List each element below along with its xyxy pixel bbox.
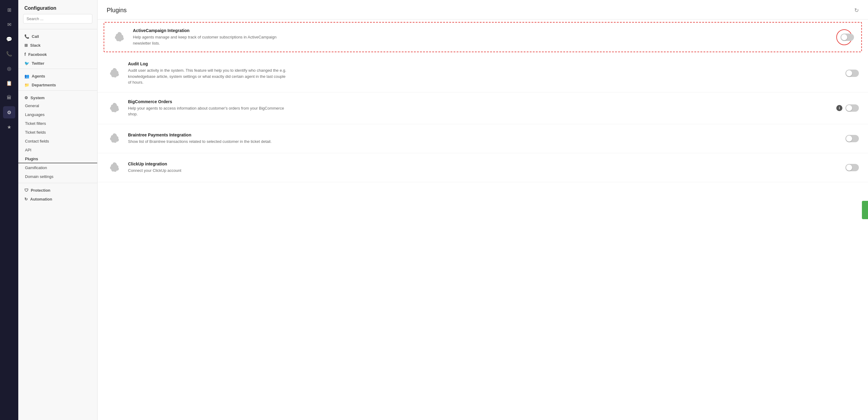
plugin-item-clickup: ClickUp integration Connect your ClickUp…: [97, 153, 868, 182]
twitter-icon: 🐦: [24, 61, 29, 66]
agents-icon: 👥: [24, 74, 29, 79]
plugin-desc-activecampaign: Help agents manage and keep track of cus…: [133, 34, 291, 46]
plugin-item-braintree: Braintree Payments Integration Show list…: [97, 124, 868, 153]
plugin-name-activecampaign: ActiveCampaign Integration: [133, 28, 835, 33]
divider-4: [18, 183, 97, 183]
plugin-name-audit-log: Audit Log: [128, 61, 839, 66]
departments-label: Departments: [32, 83, 56, 87]
slack-label: Slack: [30, 43, 40, 48]
twitter-label: Twitter: [32, 61, 44, 66]
departments-icon: 📁: [24, 83, 29, 87]
sidebar-sub-api[interactable]: API: [18, 146, 97, 155]
sidebar-search-container: [18, 14, 97, 27]
search-input[interactable]: [23, 14, 92, 24]
nav-star[interactable]: ★: [3, 121, 15, 133]
plugin-controls-audit-log: [845, 69, 859, 77]
sidebar-sub-contact-fields[interactable]: Contact fields: [18, 137, 97, 146]
automation-label: Automation: [30, 197, 52, 201]
sidebar-item-departments[interactable]: 📁 Departments: [18, 80, 97, 88]
plugin-desc-bigcommerce: Help your agents to access information a…: [128, 105, 286, 117]
sidebar-item-automation[interactable]: ↻ Automation: [18, 194, 97, 203]
sidebar-sub-ticket-filters[interactable]: Ticket filters: [18, 119, 97, 128]
main-content: Plugins ↻ ActiveCampaign Integration Hel…: [97, 0, 868, 420]
toggle-bigcommerce[interactable]: [845, 104, 859, 112]
sidebar-item-system[interactable]: ⚙ System: [18, 92, 97, 101]
main-header: Plugins ↻: [97, 0, 868, 20]
plugin-item-activecampaign: ActiveCampaign Integration Help agents m…: [104, 22, 862, 52]
system-icon: ⚙: [24, 95, 28, 100]
plugin-icon-braintree: [107, 131, 122, 146]
plugin-icon-clickup: [107, 160, 122, 175]
plugin-item-bigcommerce: BigCommerce Orders Help your agents to a…: [97, 92, 868, 124]
divider-3: [18, 90, 97, 91]
sidebar-item-slack[interactable]: ⊞ Slack: [18, 40, 97, 49]
protection-icon: 🛡: [24, 188, 28, 193]
sidebar-title: Configuration: [18, 0, 97, 14]
plugin-controls-clickup: [845, 164, 859, 171]
nav-chat[interactable]: 💬: [3, 33, 15, 45]
sidebar-item-agents[interactable]: 👥 Agents: [18, 71, 97, 80]
agents-label: Agents: [32, 74, 45, 79]
toggle-thumb-clickup: [846, 165, 852, 171]
icon-nav: ⊞ ✉ 💬 📞 ◎ 📋 🏛 ⚙ ★: [0, 0, 18, 420]
plugin-controls-braintree: [845, 135, 859, 142]
plugin-list: ActiveCampaign Integration Help agents m…: [97, 20, 868, 420]
sidebar-sub-domain-settings[interactable]: Domain settings: [18, 172, 97, 181]
plugin-info-bigcommerce: BigCommerce Orders Help your agents to a…: [128, 99, 830, 117]
sidebar-sub-gamification[interactable]: Gamification: [18, 163, 97, 172]
automation-icon: ↻: [24, 197, 28, 201]
protection-label: Protection: [31, 188, 50, 193]
toggle-braintree[interactable]: [845, 135, 859, 142]
slack-icon: ⊞: [24, 43, 28, 48]
toggle-activecampaign[interactable]: [841, 34, 854, 41]
plugin-icon-activecampaign: [112, 30, 127, 45]
facebook-label: Facebook: [28, 52, 47, 57]
toggle-audit-log[interactable]: [845, 69, 859, 77]
plugin-info-braintree: Braintree Payments Integration Show list…: [128, 133, 839, 145]
sidebar-item-facebook[interactable]: f Facebook: [18, 49, 97, 58]
plugin-info-audit-log: Audit Log Audit user activity in the sys…: [128, 61, 839, 85]
sidebar-sub-plugins[interactable]: Plugins: [18, 155, 97, 163]
sidebar-sub-general[interactable]: General: [18, 101, 97, 110]
system-label: System: [30, 95, 44, 100]
nav-reports[interactable]: ◎: [3, 62, 15, 75]
plugin-controls-bigcommerce: i: [836, 104, 859, 112]
toggle-thumb-bigcommerce: [846, 105, 852, 111]
plugin-icon-audit-log: [107, 66, 122, 81]
call-label: Call: [32, 34, 39, 39]
divider-1: [18, 29, 97, 29]
facebook-icon: f: [24, 52, 26, 57]
nav-contacts[interactable]: 📋: [3, 77, 15, 89]
nav-call[interactable]: 📞: [3, 48, 15, 60]
green-edge-tab[interactable]: [862, 201, 868, 219]
plugin-desc-clickup: Connect your ClickUp account: [128, 168, 286, 174]
nav-settings[interactable]: ⚙: [3, 106, 15, 118]
plugin-item-audit-log: Audit Log Audit user activity in the sys…: [97, 55, 868, 92]
plugin-name-clickup: ClickUp integration: [128, 162, 839, 166]
nav-email[interactable]: ✉: [3, 18, 15, 30]
plugin-info-clickup: ClickUp integration Connect your ClickUp…: [128, 162, 839, 174]
toggle-thumb-activecampaign: [841, 34, 847, 40]
plugin-icon-bigcommerce: [107, 101, 122, 116]
call-icon: 📞: [24, 34, 29, 39]
toggle-thumb-braintree: [846, 136, 852, 142]
refresh-button[interactable]: ↻: [854, 7, 859, 14]
plugin-name-bigcommerce: BigCommerce Orders: [128, 99, 830, 104]
plugin-desc-audit-log: Audit user activity in the system. This …: [128, 67, 286, 85]
page-title: Plugins: [107, 7, 127, 14]
plugin-name-braintree: Braintree Payments Integration: [128, 133, 839, 137]
sidebar-item-call[interactable]: 📞 Call: [18, 31, 97, 40]
plugin-desc-braintree: Show list of Braintree transactions rela…: [128, 139, 286, 145]
sidebar: Configuration 📞 Call ⊞ Slack f Facebook …: [18, 0, 97, 420]
plugin-controls-activecampaign: [841, 34, 854, 41]
sidebar-item-twitter[interactable]: 🐦 Twitter: [18, 58, 97, 67]
info-icon-bigcommerce[interactable]: i: [836, 105, 842, 111]
nav-dashboard[interactable]: ⊞: [3, 4, 15, 16]
sidebar-item-protection[interactable]: 🛡 Protection: [18, 185, 97, 194]
plugin-info-activecampaign: ActiveCampaign Integration Help agents m…: [133, 28, 835, 46]
toggle-clickup[interactable]: [845, 164, 859, 171]
sidebar-sub-ticket-fields[interactable]: Ticket fields: [18, 128, 97, 137]
sidebar-sub-languages[interactable]: Languages: [18, 110, 97, 119]
toggle-wrapper-activecampaign: [841, 34, 854, 41]
nav-knowledge[interactable]: 🏛: [3, 91, 15, 104]
